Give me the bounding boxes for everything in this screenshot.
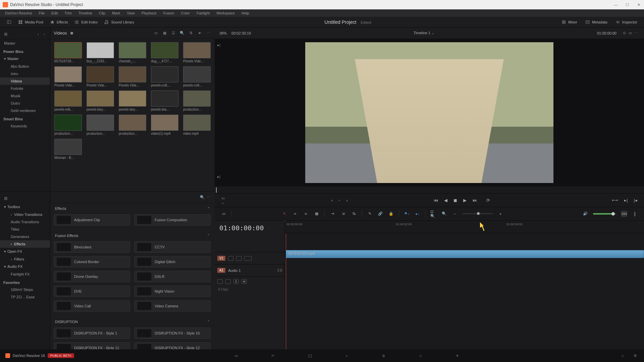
menu-mark[interactable]: Mark — [109, 10, 123, 16]
clip-card[interactable]: pexels-tary... — [87, 90, 114, 111]
audio-waveform-icon[interactable] — [225, 279, 231, 284]
close-button[interactable]: ✕ — [636, 2, 641, 7]
timeline-title[interactable]: Timeline 1 ⌄ — [251, 31, 597, 35]
menu-file[interactable]: File — [36, 10, 48, 16]
track-curve-icon[interactable] — [244, 256, 252, 261]
panel-toggle-button[interactable] — [3, 18, 15, 26]
snapping-icon[interactable]: ⊡🔍 — [430, 211, 436, 217]
bin-musik[interactable]: Musik — [0, 92, 50, 100]
fxcat-openfx[interactable]: ▾Open FX — [0, 248, 50, 255]
menu-clip[interactable]: Clip — [96, 10, 108, 16]
mute-button[interactable]: M — [241, 279, 247, 284]
next-marker-button[interactable]: ▸| — [624, 198, 628, 203]
zoom-level[interactable]: 39% — [219, 31, 227, 35]
clip-card[interactable]: pexels-mik... — [54, 90, 82, 111]
fxcat-fairlight[interactable]: Fairlight FX — [0, 270, 50, 278]
blade-edit-icon[interactable]: ✎ — [367, 211, 373, 217]
bin-geld[interactable]: Geld verdienen — [0, 107, 50, 114]
effect-card[interactable]: Digital Glitch — [134, 256, 211, 267]
effect-card[interactable]: DISRUPTION FX - Style 10 — [134, 327, 211, 339]
color-page-tab[interactable]: ⊚ — [380, 352, 387, 359]
bin-intro[interactable]: Intro — [0, 70, 50, 77]
clip-thumbnail[interactable] — [87, 90, 114, 107]
cut-page-tab[interactable]: ✂ — [270, 352, 276, 359]
marker-icon[interactable]: ● ⌄ — [415, 211, 421, 217]
clip-thumbnail[interactable] — [119, 115, 146, 131]
selection-tool[interactable]: ↖ — [281, 211, 287, 217]
fx-layout-icon[interactable]: ▥ — [3, 195, 9, 201]
clip-card[interactable]: pexels-cott... — [151, 66, 178, 87]
inspector-button[interactable]: Inspector — [612, 18, 641, 26]
clip-card[interactable]: cheetah_-... — [119, 42, 146, 63]
clip-card[interactable]: Woman - B... — [54, 139, 82, 160]
collapse-icon[interactable]: ⌃ — [207, 234, 210, 238]
clip-thumbnail[interactable] — [183, 42, 211, 58]
clip-card[interactable]: video.mp4 — [183, 115, 211, 135]
clip-thumbnail[interactable] — [87, 42, 114, 58]
playhead[interactable] — [286, 221, 286, 349]
viewer-options-icon[interactable]: ⋯ — [633, 30, 639, 36]
clip-thumbnail[interactable] — [151, 42, 178, 58]
effect-card[interactable]: DISRUPTION FX - Style 11 — [54, 342, 130, 349]
media-page-tab[interactable]: ▭ — [233, 352, 239, 359]
clip-card[interactable]: Pexels Vide... — [183, 42, 211, 63]
effect-card[interactable]: Colored Border — [54, 256, 130, 267]
a1-badge[interactable]: A1 — [217, 268, 225, 273]
match-frame-icon[interactable]: ▸| — [217, 43, 220, 47]
sort-icon[interactable]: ⇅ — [188, 30, 194, 36]
full-width-icon[interactable]: ⟷ — [612, 198, 618, 203]
effect-card[interactable]: Binoculars — [54, 241, 130, 253]
stop-button[interactable]: ◼ — [453, 198, 457, 203]
clip-thumbnail[interactable] — [54, 90, 82, 107]
clip-thumbnail[interactable] — [183, 66, 211, 82]
clip-thumbnail[interactable] — [183, 90, 211, 107]
fxcat-toolbox[interactable]: ▾Toolbox — [0, 203, 50, 211]
effect-card[interactable]: DISRUPTION FX - Style 12 — [134, 342, 211, 349]
media-pool-button[interactable]: Media Pool — [15, 18, 47, 26]
effect-card[interactable]: DSLR — [134, 271, 211, 282]
clip-card[interactable]: 657518728... — [54, 42, 82, 63]
fav-tpzo[interactable]: TP ZO… Ease — [0, 293, 50, 301]
blade-tool[interactable]: ▦ — [314, 211, 320, 217]
menu-timeline[interactable]: Timeline — [75, 10, 95, 16]
effects-library-button[interactable]: Effects — [47, 18, 71, 26]
clip-card[interactable]: Pexels Vide... — [87, 66, 114, 87]
bin-keywords[interactable]: Keywords — [0, 122, 50, 130]
effect-card[interactable]: Video Camera — [134, 300, 211, 312]
volume-slider[interactable] — [593, 213, 616, 215]
play-reverse-button[interactable]: ◀ — [444, 198, 447, 203]
search-icon[interactable]: 🔍 — [179, 30, 185, 36]
clip-card[interactable]: production... — [54, 115, 82, 135]
collapse-icon[interactable]: ⌃ — [207, 206, 210, 211]
insert-clip-icon[interactable]: ⇥ — [329, 211, 335, 217]
clip-thumbnail[interactable] — [119, 42, 146, 58]
solo-button[interactable]: S — [233, 279, 239, 284]
bin-outro[interactable]: Outro — [0, 100, 50, 107]
clip-card[interactable]: pexels-tary... — [119, 90, 146, 111]
clip-card[interactable]: Pexels Vide... — [54, 66, 82, 87]
bin-next-icon[interactable]: › — [41, 31, 47, 37]
fxcat-titles[interactable]: Titles — [0, 226, 50, 233]
go-last-button[interactable]: ⏭ — [473, 198, 477, 203]
edit-index-button[interactable]: Edit Index — [71, 18, 101, 26]
clip-card[interactable]: production... — [183, 90, 211, 111]
clip-thumbnail[interactable] — [119, 90, 146, 107]
fxcat-audio-trans[interactable]: Audio Transitions — [0, 218, 50, 226]
viewer-scrubber[interactable] — [215, 186, 644, 194]
effect-card[interactable]: Fusion Composition — [134, 214, 211, 226]
fxcat-video-trans[interactable]: ›Video Transitions — [0, 211, 50, 218]
bin-abo-button[interactable]: Abo Button — [0, 63, 50, 70]
fxcat-audiofx[interactable]: ▾Audio FX — [0, 263, 50, 270]
prev-edit-button[interactable]: ◦ — [339, 198, 340, 203]
clip-thumbnail[interactable] — [54, 115, 82, 131]
maximize-button[interactable]: ☐ — [625, 2, 630, 7]
clip-thumbnail[interactable] — [151, 66, 178, 82]
clip-card[interactable]: video(1).mp4 — [151, 115, 178, 135]
effect-card[interactable]: Video Call — [54, 300, 130, 312]
last-marker-button[interactable]: |◂ — [634, 198, 637, 203]
overwrite-clip-icon[interactable]: ⇲ — [340, 211, 346, 217]
loop-button[interactable]: ⟳ — [486, 198, 490, 203]
zoom-in-icon[interactable]: + — [497, 211, 503, 217]
effect-card[interactable]: DISRUPTION FX - Style 1 — [54, 327, 130, 339]
playhead-timecode[interactable]: 01:00:00:00 — [215, 221, 285, 235]
